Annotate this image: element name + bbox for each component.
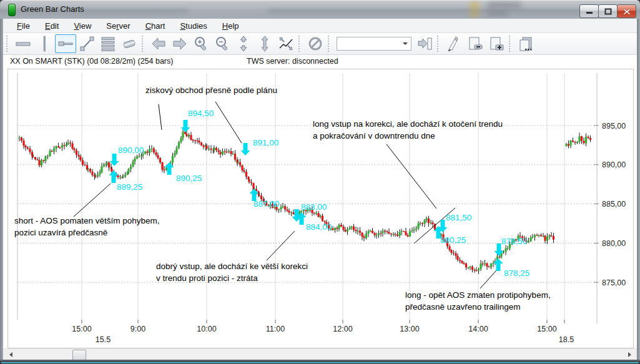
trend-line-tool-icon — [79, 36, 95, 52]
multi-line-tool-button[interactable] — [97, 34, 119, 53]
svg-text:875,00: 875,00 — [602, 278, 626, 287]
svg-text:v trendu proti pozici - ztráta: v trendu proti pozici - ztráta — [156, 273, 258, 283]
svg-text:13:00: 13:00 — [400, 325, 419, 333]
svg-text:long vstup na korekci, ale doc: long vstup na korekci, ale dochází k oto… — [313, 119, 503, 129]
horizontal-scrollbar[interactable] — [3, 348, 637, 360]
menu-file[interactable]: File — [9, 20, 37, 32]
svg-text:18.5: 18.5 — [559, 335, 574, 344]
price-alert-line-tool-button[interactable] — [55, 34, 76, 53]
minimize-icon — [586, 8, 593, 14]
svg-text:11:00: 11:00 — [266, 325, 285, 333]
menu-chart[interactable]: Chart — [138, 20, 173, 32]
fit-scale-button[interactable] — [275, 34, 297, 53]
page-plus-icon — [488, 36, 505, 52]
close-button[interactable] — [617, 4, 636, 18]
scrollbar-thumb[interactable] — [72, 350, 86, 360]
zoom-out-icon — [214, 36, 230, 52]
menu-view[interactable]: View — [66, 20, 99, 32]
maximize-icon — [604, 8, 612, 15]
title-bar[interactable]: Green Bar Charts — [0, 0, 640, 19]
menu-studies[interactable]: Studies — [172, 20, 214, 32]
trade-price-label: 890,00 — [118, 145, 144, 155]
sell-arrow-icon — [241, 143, 250, 155]
svg-text:12:00: 12:00 — [333, 325, 352, 333]
vertical-gridlines — [17, 73, 597, 323]
cancel-icon — [307, 36, 323, 52]
fit-scale-icon — [278, 36, 294, 52]
menu-edit[interactable]: Edit — [37, 20, 66, 32]
trade-price-label: 884,00 — [306, 222, 332, 232]
combobox-dropdown-icon[interactable] — [403, 42, 408, 47]
buy-arrow-icon — [109, 170, 119, 183]
expand-vertical-button[interactable] — [254, 34, 275, 53]
eraser-tool-button[interactable] — [119, 34, 140, 53]
candlestick-chart: 895,00890,00885,00880,00875,0015:009:001… — [8, 69, 633, 348]
window-frame-accent — [1, 362, 639, 363]
zoom-out-button[interactable] — [212, 34, 233, 53]
trade-price-label: 881,50 — [446, 213, 471, 222]
toolbar-grip — [509, 36, 513, 52]
compress-vertical-button[interactable] — [233, 34, 254, 53]
svg-text:15:00: 15:00 — [72, 325, 91, 333]
svg-text:ziskový obchod přesně podle pl: ziskový obchod přesně podle plánu — [145, 86, 277, 95]
svg-text:short - AOS pomaten větším poh: short - AOS pomaten větším pohybem, — [14, 216, 160, 225]
eraser-tool-icon — [121, 36, 137, 52]
window-title: Green Bar Charts — [21, 4, 84, 14]
svg-text:890,00: 890,00 — [602, 160, 626, 169]
scroll-right-icon — [628, 352, 634, 357]
status-row: XX On SMART (STK) (0d 08:28/2m) (254 bar… — [3, 55, 637, 68]
zoom-in-icon — [193, 36, 209, 52]
menu-help[interactable]: Help — [215, 20, 247, 32]
svg-text:pozici uzavírá předčasně: pozici uzavírá předčasně — [14, 228, 107, 237]
svg-text:9:00: 9:00 — [130, 325, 145, 333]
minimize-button[interactable] — [579, 4, 599, 18]
cancel-button[interactable] — [305, 34, 326, 53]
forward-arrow-button[interactable] — [169, 34, 190, 53]
chart-client-area: 895,00890,00885,00880,00875,0015:009:001… — [3, 68, 637, 348]
price-alert-line-tool-icon — [57, 36, 74, 52]
trade-price-label: 878,25 — [504, 268, 529, 278]
window-stack-button[interactable] — [515, 34, 536, 53]
multi-line-tool-icon — [100, 36, 116, 52]
annotate-hand-icon — [446, 36, 462, 52]
instrument-status: XX On SMART (STK) (0d 08:28/2m) (254 bar… — [10, 57, 173, 66]
back-arrow-button[interactable] — [148, 34, 169, 53]
go-chart-icon — [416, 36, 433, 52]
trade-price-label: 891,00 — [253, 138, 278, 147]
go-chart-button[interactable] — [414, 34, 435, 53]
trade-price-label: 887,00 — [254, 199, 279, 209]
maximize-button[interactable] — [598, 4, 618, 18]
scroll-right-button[interactable] — [626, 350, 636, 360]
svg-text:dobrý vstup, ale dochází ke vě: dobrý vstup, ale dochází ke větší korekc… — [156, 262, 308, 271]
glass-reflection — [470, 2, 480, 9]
scroll-left-button[interactable] — [4, 350, 14, 360]
svg-text:885,00: 885,00 — [602, 200, 626, 209]
annotate-hand-button[interactable] — [443, 34, 465, 53]
back-arrow-icon — [150, 36, 167, 52]
menu-server[interactable]: Server — [99, 20, 137, 32]
toolbar-grip — [6, 36, 11, 52]
chart-area[interactable]: 895,00890,00885,00880,00875,0015:009:001… — [7, 69, 634, 348]
trade-price-label: 880,25 — [440, 235, 466, 245]
chart-annotations: ziskový obchod přesně podle plánulong vs… — [14, 86, 551, 312]
app-icon — [8, 4, 16, 16]
toolbar-grip — [328, 36, 332, 52]
time-axis: 15:009:0010:0011:0012:0013:0014:0015:001… — [72, 320, 574, 344]
toolbar-grip — [437, 36, 441, 52]
trade-price-label: 889,25 — [117, 182, 142, 192]
window-frame-right — [637, 19, 640, 360]
symbol-combobox[interactable] — [337, 37, 411, 51]
page-minus-button[interactable] — [465, 34, 486, 53]
app-window: Green Bar Charts File Edit View Server C… — [0, 0, 640, 364]
horizontal-line-tool-button[interactable] — [12, 34, 34, 53]
svg-text:14:00: 14:00 — [468, 325, 488, 333]
page-plus-button[interactable] — [486, 34, 507, 53]
trend-line-tool-button[interactable] — [76, 34, 97, 53]
zoom-in-button[interactable] — [190, 34, 212, 53]
glass-reflection — [470, 11, 480, 16]
horizontal-line-tool-icon — [15, 36, 31, 52]
annotation-pointer-lines — [74, 102, 497, 288]
vertical-line-tool-button[interactable] — [34, 34, 55, 53]
toolbar-grip — [298, 36, 303, 52]
vertical-line-tool-icon — [36, 36, 52, 52]
